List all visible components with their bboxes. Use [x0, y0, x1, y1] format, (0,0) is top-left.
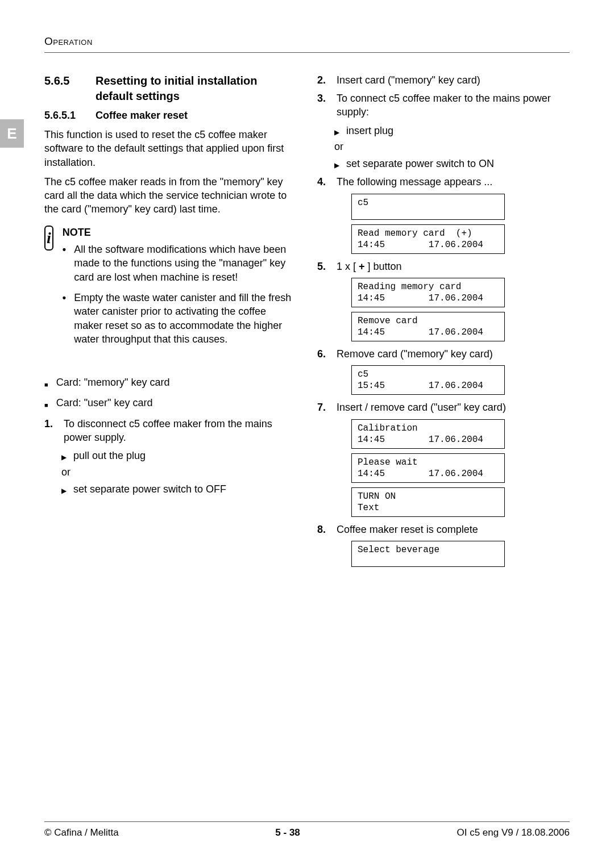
note-text: All the software modifications which hav… [74, 243, 297, 284]
or-text: or [334, 140, 570, 153]
step-text: The following message appears ... [337, 175, 492, 189]
step-number: 6. [317, 347, 331, 361]
step-text: To disconnect c5 coffee maker from the m… [64, 417, 297, 445]
step-text: Remove card ("memory" key card) [337, 347, 493, 361]
arrow-icon [61, 482, 67, 496]
square-bullet-icon [44, 375, 48, 389]
page-footer: © Cafina / Melitta 5 - 38 OI c5 eng V9 /… [44, 821, 570, 840]
subsection-title: Coffee maker reset [96, 108, 188, 122]
note-block: i NOTE All the software modifications wh… [44, 226, 297, 353]
step-number: 1. [44, 417, 58, 445]
info-icon: i [44, 226, 53, 251]
step-number: 4. [317, 175, 331, 189]
left-column: 5.6.5 Resetting to initial installation … [44, 73, 297, 571]
arrow-icon [334, 124, 339, 137]
bullet-icon [63, 291, 66, 346]
lcd-display: Please wait 14:45 17.06.2004 [351, 453, 505, 483]
side-tab: E [0, 119, 24, 148]
body-paragraph: This function is used to reset the c5 co… [44, 128, 297, 169]
step-number: 3. [317, 91, 331, 119]
substep-text: set separate power switch to ON [346, 157, 494, 170]
substep-text: insert plug [346, 124, 393, 137]
header-section-label: Operation [44, 35, 93, 47]
section-number: 5.6.5 [44, 73, 85, 89]
arrow-icon [61, 449, 67, 462]
body-paragraph: The c5 coffee maker reads in from the "m… [44, 175, 297, 216]
step-number: 8. [317, 523, 331, 536]
bullet-icon [63, 243, 66, 284]
substep-text: set separate power switch to OFF [73, 482, 226, 496]
lcd-display: Remove card 14:45 17.06.2004 [351, 312, 505, 341]
lcd-display: TURN ON Text [351, 487, 505, 517]
list-item: Card: "memory" key card [56, 375, 170, 389]
or-text: or [61, 465, 297, 479]
page: Operation E 5.6.5 Resetting to initial i… [0, 0, 614, 868]
step-text: Coffee maker reset is complete [337, 523, 478, 536]
note-text: Empty the waste water canister and fill … [74, 291, 297, 346]
lcd-display: c5 [351, 194, 505, 220]
list-item: Card: "user" key card [56, 396, 153, 410]
lcd-display: Read memory card (+) 14:45 17.06.2004 [351, 224, 505, 254]
lcd-display: Calibration 14:45 17.06.2004 [351, 419, 505, 449]
step-number: 2. [317, 73, 331, 87]
footer-left: © Cafina / Melitta [44, 827, 119, 840]
note-title: NOTE [63, 226, 297, 239]
step-text: Insert / remove card ("user" key card) [337, 400, 506, 414]
right-column: 2. Insert card ("memory" key card) 3. To… [317, 73, 570, 571]
page-header: Operation [44, 34, 570, 53]
section-title: Resetting to initial installation defaul… [96, 73, 297, 104]
footer-page-number: 5 - 38 [275, 827, 300, 840]
lcd-display: Reading memory card 14:45 17.06.2004 [351, 278, 505, 307]
step-text: To connect c5 coffee maker to the mains … [337, 91, 570, 119]
lcd-display: c5 15:45 17.06.2004 [351, 365, 505, 395]
plus-button-label: + [356, 261, 368, 272]
step-number: 5. [317, 260, 331, 273]
step-text: 1 x [ + ] button [337, 260, 402, 273]
lcd-display: Select beverage [351, 541, 505, 567]
step-text: Insert card ("memory" key card) [337, 73, 480, 87]
arrow-icon [334, 157, 339, 170]
square-bullet-icon [44, 396, 48, 410]
substep-text: pull out the plug [73, 449, 146, 462]
step-number: 7. [317, 400, 331, 414]
subsection-number: 5.6.5.1 [44, 108, 85, 122]
footer-right: OI c5 eng V9 / 18.08.2006 [457, 827, 570, 840]
